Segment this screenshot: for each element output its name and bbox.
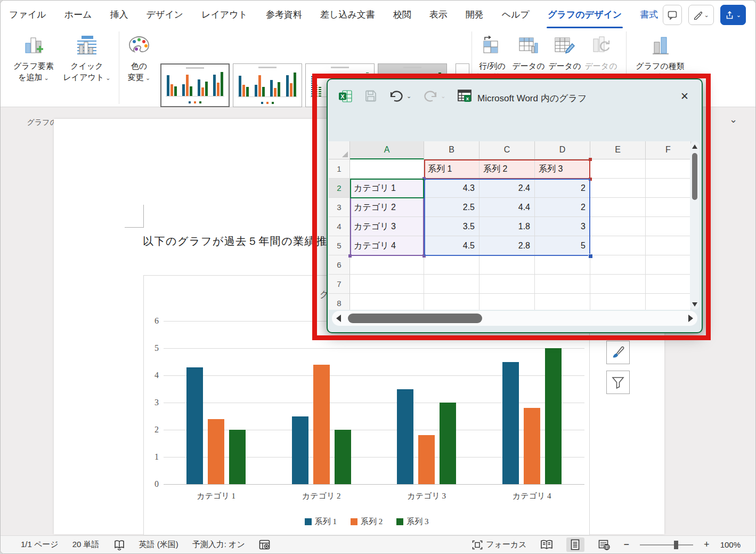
column-header-C[interactable]: C bbox=[479, 141, 535, 159]
sheet-cell-A5[interactable]: カテゴリ 4 bbox=[350, 236, 424, 255]
sheet-cell-D4[interactable]: 3 bbox=[535, 217, 590, 236]
x-axis-category-label[interactable]: カテゴリ 3 bbox=[374, 491, 479, 501]
macro-record-button[interactable] bbox=[259, 540, 270, 550]
scroll-right-arrow-icon[interactable] bbox=[688, 315, 693, 322]
tab-レイアウト[interactable]: レイアウト bbox=[200, 1, 249, 28]
sheet-cell-F8[interactable] bbox=[646, 294, 691, 310]
sheet-cell-A6[interactable] bbox=[350, 255, 424, 275]
sheet-cell-D5[interactable]: 5 bbox=[535, 236, 590, 255]
quick-layout-button[interactable]: クイック レイアウト bbox=[60, 33, 113, 84]
tab-参考資料[interactable]: 参考資料 bbox=[265, 1, 303, 28]
language-indicator[interactable]: 英語 (米国) bbox=[139, 540, 178, 550]
sheet-cell-C8[interactable] bbox=[479, 294, 535, 310]
sheet-cell-B8[interactable] bbox=[424, 294, 479, 310]
row-header-6[interactable]: 6 bbox=[329, 255, 350, 275]
x-axis-category-label[interactable]: カテゴリ 1 bbox=[164, 491, 269, 501]
tab-校閲[interactable]: 校閲 bbox=[392, 1, 412, 28]
sheet-cell-E3[interactable] bbox=[590, 198, 646, 217]
sheet-cell-D3[interactable]: 2 bbox=[535, 198, 590, 217]
sheet-cell-A8[interactable] bbox=[350, 294, 424, 310]
page-indicator[interactable]: 1/1 ページ bbox=[21, 540, 59, 550]
tab-挿入[interactable]: 挿入 bbox=[109, 1, 129, 28]
print-layout-button[interactable] bbox=[566, 537, 584, 552]
sheet-cell-E2[interactable] bbox=[590, 179, 646, 198]
edit-in-excel-icon[interactable]: x bbox=[457, 89, 472, 103]
sheet-cell-D6[interactable] bbox=[535, 255, 590, 275]
tab-表示[interactable]: 表示 bbox=[428, 1, 449, 28]
scroll-left-arrow-icon[interactable] bbox=[336, 315, 341, 322]
sheet-cell-C5[interactable]: 2.8 bbox=[479, 236, 535, 255]
sheet-cell-B2[interactable]: 4.3 bbox=[424, 179, 479, 198]
row-header-4[interactable]: 4 bbox=[329, 217, 350, 236]
sheet-cell-B5[interactable]: 4.5 bbox=[424, 236, 479, 255]
sheet-cell-F2[interactable] bbox=[646, 179, 691, 198]
row-header-7[interactable]: 7 bbox=[329, 275, 350, 294]
sheet-cell-E4[interactable] bbox=[590, 217, 646, 236]
sheet-cell-D1[interactable]: 系列 3 bbox=[535, 159, 590, 179]
chart-bar-系列 2-カテゴリ 2[interactable] bbox=[313, 365, 330, 484]
collapse-ribbon-chevron-icon[interactable]: ⌄ bbox=[729, 114, 737, 125]
tab-書式[interactable]: 書式 bbox=[639, 1, 659, 28]
range-handle[interactable] bbox=[422, 177, 426, 180]
chart-bar-系列 3-カテゴリ 2[interactable] bbox=[335, 430, 351, 484]
legend-item[interactable]: 系列 3 bbox=[396, 517, 428, 527]
vertical-scroll-thumb[interactable] bbox=[692, 153, 697, 200]
switch-row-column-button[interactable]: 行/列の 切り替え bbox=[475, 33, 510, 83]
x-axis-category-label[interactable]: カテゴリ 4 bbox=[479, 491, 585, 501]
chart-bar-系列 1-カテゴリ 2[interactable] bbox=[292, 416, 308, 485]
chart-bar-系列 3-カテゴリ 3[interactable] bbox=[440, 403, 456, 484]
sheet-cell-C4[interactable]: 1.8 bbox=[479, 217, 535, 236]
sheet-cell-D2[interactable]: 2 bbox=[535, 179, 590, 198]
web-layout-button[interactable] bbox=[595, 537, 613, 552]
range-handle[interactable] bbox=[348, 254, 352, 258]
vertical-scrollbar[interactable] bbox=[690, 141, 700, 310]
undo-button[interactable]: ⌄ bbox=[389, 90, 411, 102]
chart-filters-flyout-button[interactable] bbox=[606, 371, 630, 394]
row-header-8[interactable]: 8 bbox=[329, 294, 350, 310]
tab-ホーム[interactable]: ホーム bbox=[63, 1, 93, 28]
sheet-cell-A4[interactable]: カテゴリ 3 bbox=[350, 217, 424, 236]
column-header-F[interactable]: F bbox=[646, 141, 691, 159]
sheet-cell-E1[interactable] bbox=[590, 159, 646, 179]
change-chart-type-button[interactable]: グラフの種類 の変更 bbox=[630, 33, 690, 83]
row-header-1[interactable]: 1 bbox=[329, 159, 350, 179]
scroll-down-arrow-icon[interactable] bbox=[692, 302, 697, 307]
range-handle[interactable] bbox=[589, 158, 592, 161]
zoom-in-button[interactable]: + bbox=[704, 539, 710, 550]
zoom-slider-thumb[interactable] bbox=[674, 541, 678, 549]
sheet-cell-E6[interactable] bbox=[590, 255, 646, 275]
zoom-level[interactable]: 100% bbox=[720, 540, 741, 549]
sheet-cell-F3[interactable] bbox=[646, 198, 691, 217]
sheet-cell-D8[interactable] bbox=[535, 294, 590, 310]
column-header-E[interactable]: E bbox=[590, 141, 646, 159]
sheet-cell-B6[interactable] bbox=[424, 255, 479, 275]
row-header-5[interactable]: 5 bbox=[329, 236, 350, 255]
sheet-cell-F6[interactable] bbox=[646, 255, 691, 275]
document-text[interactable]: 以下のグラフが過去５年間の業績推 bbox=[143, 234, 328, 248]
row-header-2[interactable]: 2 bbox=[329, 179, 350, 198]
sheet-cell-A2[interactable]: カテゴリ 1 bbox=[350, 179, 424, 198]
close-icon[interactable]: ✕ bbox=[680, 91, 689, 101]
tab-ファイル[interactable]: ファイル bbox=[8, 1, 47, 28]
horizontal-scrollbar[interactable] bbox=[332, 311, 697, 326]
read-mode-button[interactable] bbox=[538, 537, 556, 552]
column-header-A[interactable]: A bbox=[350, 141, 424, 159]
sheet-cell-F5[interactable] bbox=[646, 236, 691, 255]
chart-bar-系列 2-カテゴリ 1[interactable] bbox=[208, 419, 224, 484]
tab-ヘルプ[interactable]: ヘルプ bbox=[501, 1, 531, 28]
tab-グラフのデザイン[interactable]: グラフのデザイン bbox=[547, 1, 623, 28]
save-icon[interactable] bbox=[364, 90, 377, 102]
sheet-cell-B7[interactable] bbox=[424, 275, 479, 294]
range-handle[interactable] bbox=[589, 178, 592, 181]
chart-bar-系列 1-カテゴリ 1[interactable] bbox=[186, 367, 203, 484]
sheet-cell-B4[interactable]: 3.5 bbox=[424, 217, 479, 236]
share-button[interactable]: ⌄ bbox=[720, 5, 746, 25]
chart-styles-flyout-button[interactable] bbox=[606, 341, 630, 364]
chart-bar-系列 3-カテゴリ 4[interactable] bbox=[545, 348, 562, 484]
chart-bar-系列 3-カテゴリ 1[interactable] bbox=[229, 430, 246, 484]
add-chart-element-button[interactable]: グラフ要素 を追加 bbox=[9, 33, 58, 84]
row-header-3[interactable]: 3 bbox=[329, 198, 350, 217]
focus-mode-button[interactable]: フォーカス bbox=[472, 540, 526, 550]
legend-item[interactable]: 系列 1 bbox=[305, 517, 337, 527]
sheet-cell-A7[interactable] bbox=[350, 275, 424, 294]
